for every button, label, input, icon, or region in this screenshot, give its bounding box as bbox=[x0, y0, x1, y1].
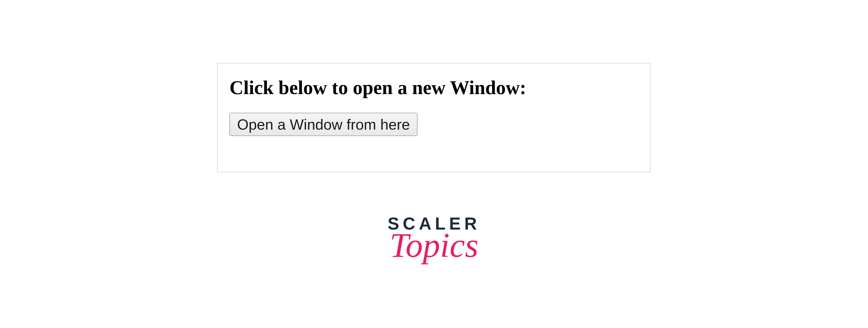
content-panel: Click below to open a new Window: Open a… bbox=[217, 63, 651, 172]
open-window-button[interactable]: Open a Window from here bbox=[229, 113, 417, 136]
brand-logo: SCALER Topics bbox=[388, 215, 480, 260]
logo-text-secondary: Topics bbox=[388, 231, 480, 260]
instruction-heading: Click below to open a new Window: bbox=[229, 77, 638, 99]
